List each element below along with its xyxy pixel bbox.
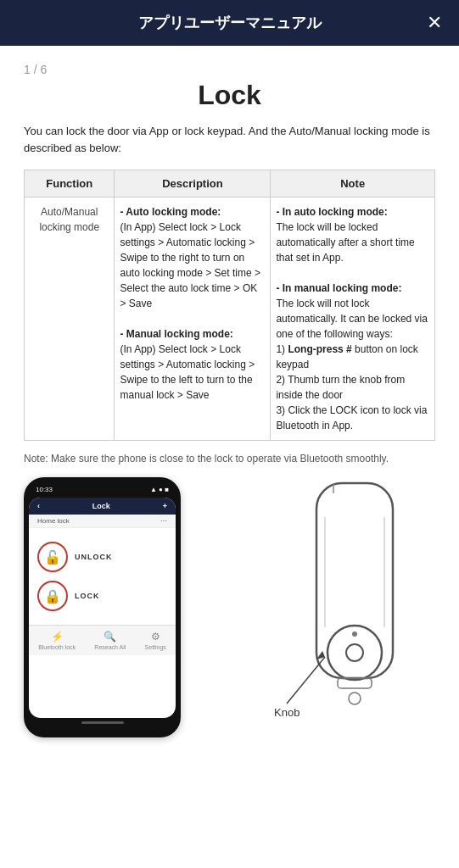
phone-home-label: Home lock ⋯ — [29, 515, 176, 528]
cell-description: - Auto locking mode: (In App) Select loc… — [115, 198, 271, 441]
phone-nav-research-label: Reseach All — [94, 644, 126, 650]
knob-illustration: Knob — [266, 475, 435, 737]
phone-nav-settings[interactable]: ⚙ Settings — [145, 631, 166, 650]
close-button[interactable]: ✕ — [417, 12, 442, 34]
note-step1: 1) Long-press # button on lock keypad — [276, 343, 417, 370]
phone-nav-settings-label: Settings — [145, 644, 166, 650]
knob-svg: Knob — [270, 475, 431, 737]
phone-screen-add: + — [163, 502, 167, 510]
phone-status-bar: 10:33 ▲ ● ■ — [29, 484, 176, 495]
phone-lock-row: 🔒 LOCK — [37, 581, 167, 611]
phone-lock-label[interactable]: LOCK — [75, 592, 100, 600]
phone-home-text: Home lock — [37, 517, 70, 525]
table-row: Auto/Manual locking mode - Auto locking … — [25, 198, 435, 441]
phone-screen-header: ‹ Lock + — [29, 498, 176, 515]
svg-point-8 — [349, 693, 361, 704]
desc-manual-bold: - Manual locking mode: — [120, 328, 232, 340]
phone-time: 10:33 — [36, 486, 53, 493]
main-content: 1 / 6 Lock You can lock the door via App… — [0, 46, 459, 761]
phone-nav-bluetooth[interactable]: ⚡ Bluetooth lock — [38, 631, 76, 650]
phone-home-edit: ⋯ — [160, 517, 167, 525]
intro-text: You can lock the door via App or lock ke… — [24, 123, 435, 156]
phone-icons: ▲ ● ■ — [150, 486, 169, 493]
phone-screen: ‹ Lock + Home lock ⋯ 🔓 UNLOCK 🔒 LOCK — [29, 498, 176, 718]
col-header-description: Description — [115, 170, 271, 198]
phone-nav-bluetooth-label: Bluetooth lock — [38, 644, 76, 650]
desc-manual-text: (In App) Select lock > Lock settings > A… — [120, 343, 255, 401]
phone-unlock-row: 🔓 UNLOCK — [37, 542, 167, 572]
note-manual-text: The lock will not lock automatically. It… — [276, 298, 428, 340]
header-title: アプリユーザーマニュアル — [42, 13, 417, 33]
note-step3: 3) Click the LOCK icon to lock via Bluet… — [276, 404, 427, 431]
phone-home-bar — [81, 721, 124, 724]
phone-screen-back: ‹ — [37, 502, 40, 510]
svg-text:Knob: Knob — [274, 706, 299, 719]
note-auto-bold: - In auto locking mode: — [276, 206, 387, 218]
note-manual-bold: - In manual locking mode: — [276, 282, 401, 294]
phone-unlock-label[interactable]: UNLOCK — [75, 553, 113, 561]
note-step2: 2) Thumb turn the knob from inside the d… — [276, 374, 405, 401]
phone-unlock-icon: 🔓 — [37, 542, 68, 572]
svg-point-4 — [352, 632, 357, 637]
phone-screen-title: Lock — [92, 502, 110, 510]
phone-lock-icon: 🔒 — [37, 581, 68, 611]
phone-lock-buttons: 🔓 UNLOCK 🔒 LOCK — [29, 528, 176, 618]
col-header-note: Note — [271, 170, 435, 198]
page-title: Lock — [24, 80, 435, 111]
cell-function: Auto/Manual locking mode — [25, 198, 115, 441]
illustrations-section: 10:33 ▲ ● ■ ‹ Lock + Home lock ⋯ 🔓 UNLOC… — [24, 475, 435, 737]
svg-line-9 — [287, 657, 325, 704]
desc-auto-text: (In App) Select lock > Lock settings > A… — [120, 221, 260, 309]
desc-auto-bold: - Auto locking mode: — [120, 206, 221, 218]
phone-mockup: 10:33 ▲ ● ■ ‹ Lock + Home lock ⋯ 🔓 UNLOC… — [24, 477, 181, 737]
phone-nav-research[interactable]: 🔍 Reseach All — [94, 631, 126, 650]
phone-bottom-nav: ⚡ Bluetooth lock 🔍 Reseach All ⚙ Setting… — [29, 625, 176, 655]
info-table: Function Description Note Auto/Manual lo… — [24, 170, 435, 441]
app-header: アプリユーザーマニュアル ✕ — [0, 0, 459, 46]
search-icon: 🔍 — [104, 631, 116, 643]
note-auto-text: The lock will be locked automatically af… — [276, 221, 414, 264]
gear-icon: ⚙ — [151, 631, 160, 643]
svg-point-3 — [346, 644, 363, 661]
bluetooth-icon: ⚡ — [51, 631, 64, 643]
cell-note: - In auto locking mode: The lock will be… — [271, 198, 435, 441]
page-number: 1 / 6 — [24, 63, 435, 76]
phone-home-indicator — [29, 718, 176, 726]
col-header-function: Function — [25, 170, 115, 198]
note-footer: Note: Make sure the phone is close to th… — [24, 453, 435, 465]
